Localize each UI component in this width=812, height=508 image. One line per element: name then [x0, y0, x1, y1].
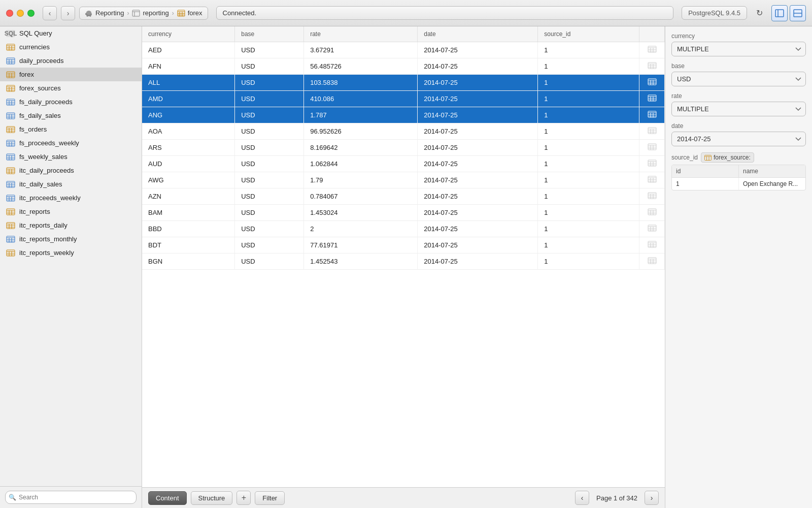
cell-table-icon[interactable]	[639, 91, 665, 107]
svg-rect-185	[648, 241, 656, 247]
table-row[interactable]: BAM USD 1.453024 2014-07-25 1	[142, 205, 665, 221]
cell-table-icon[interactable]	[639, 172, 665, 188]
cell-table-icon[interactable]	[639, 75, 665, 91]
cell-rate: 1.787	[304, 107, 418, 123]
page-prev-button[interactable]: ‹	[575, 491, 589, 505]
close-button[interactable]	[6, 10, 13, 17]
sidebar-item-forex-sources[interactable]: forex_sources	[0, 81, 142, 95]
next-icon: ›	[651, 494, 653, 502]
panel-rate-select[interactable]: MULTIPLE	[671, 102, 806, 116]
cell-table-icon[interactable]	[639, 237, 665, 253]
cell-rate: 1.79	[304, 172, 418, 188]
cell-table-icon[interactable]	[639, 42, 665, 58]
svg-rect-4	[132, 10, 140, 16]
maximize-button[interactable]	[27, 10, 35, 17]
sidebar-item-fs-proceeds-weekly[interactable]: fs_proceeds_weekly	[0, 136, 142, 150]
table-row[interactable]: AZN USD 0.784067 2014-07-25 1	[142, 188, 665, 205]
sidebar-item-itc-daily-sales[interactable]: itc_daily_sales	[0, 177, 142, 191]
sidebar-item-currencies[interactable]: currencies	[0, 40, 142, 54]
view-split-button[interactable]	[790, 5, 806, 21]
sidebar-item-label: itc_reports_daily	[19, 221, 67, 229]
cell-source-id: 1	[538, 123, 639, 140]
col-header-rate[interactable]: rate	[304, 26, 418, 42]
source-table-badge[interactable]: forex_source:	[701, 152, 754, 163]
cell-rate: 3.67291	[304, 42, 418, 58]
cell-date: 2014-07-25	[418, 221, 538, 237]
sidebar-item-itc-daily-proceeds[interactable]: itc_daily_proceeds	[0, 164, 142, 177]
cell-table-icon[interactable]	[639, 123, 665, 140]
sidebar-item-itc-reports-monthly[interactable]: itc_reports_monthly	[0, 232, 142, 246]
table-row[interactable]: AFN USD 56.485726 2014-07-25 1	[142, 58, 665, 75]
col-header-date[interactable]: date	[418, 26, 538, 42]
sidebar-item-fs-orders[interactable]: fs_orders	[0, 122, 142, 136]
table-row[interactable]: BBD USD 2 2014-07-25 1	[142, 221, 665, 237]
add-row-button[interactable]: +	[236, 491, 251, 505]
refresh-button[interactable]: ↻	[751, 5, 767, 21]
cell-table-icon[interactable]	[639, 58, 665, 75]
tab-content-button[interactable]: Content	[148, 491, 187, 505]
sidebar-item-label: fs_proceeds_weekly	[19, 139, 79, 147]
svg-rect-179	[648, 225, 656, 231]
table-row[interactable]: BDT USD 77.61971 2014-07-25 1	[142, 237, 665, 253]
table-row[interactable]: ANG USD 1.787 2014-07-25 1	[142, 107, 665, 123]
sidebar-item-fs-daily-sales[interactable]: fs_daily_sales	[0, 109, 142, 122]
table-row[interactable]: BGN USD 1.452543 2014-07-25 1	[142, 253, 665, 270]
cell-currency: AED	[142, 42, 235, 58]
col-header-base[interactable]: base	[235, 26, 304, 42]
cell-table-icon[interactable]	[639, 205, 665, 221]
cell-table-icon[interactable]	[639, 188, 665, 205]
sidebar-item-itc-reports-weekly[interactable]: itc_reports_weekly	[0, 246, 142, 260]
view-sidebar-button[interactable]	[771, 5, 788, 21]
nav-forward-button[interactable]: ›	[61, 6, 75, 20]
table-row[interactable]: AWG USD 1.79 2014-07-25 1	[142, 172, 665, 188]
sidebar-item-forex[interactable]: forex	[0, 68, 142, 81]
cell-table-icon[interactable]	[639, 107, 665, 123]
cell-table-icon[interactable]	[639, 140, 665, 156]
sidebar-item-itc-reports-daily[interactable]: itc_reports_daily	[0, 218, 142, 232]
panel-currency-select[interactable]: MULTIPLE	[671, 42, 806, 56]
page-next-button[interactable]: ›	[645, 491, 659, 505]
nav-back-button[interactable]: ‹	[43, 6, 57, 20]
filter-button[interactable]: Filter	[255, 491, 285, 505]
cell-base: USD	[235, 140, 304, 156]
breadcrumb-table[interactable]: forex	[177, 9, 202, 17]
cell-table-icon[interactable]	[639, 253, 665, 270]
table-row[interactable]: AMD USD 410.086 2014-07-25 1	[142, 91, 665, 107]
breadcrumb: Reporting › reporting ›	[79, 7, 208, 20]
cell-table-icon[interactable]	[639, 221, 665, 237]
sql-icon: SQL	[6, 30, 15, 37]
cell-currency: ANG	[142, 107, 235, 123]
sidebar-item-itc-proceeds-weekly[interactable]: itc_proceeds_weekly	[0, 191, 142, 205]
breadcrumb-schema[interactable]: reporting	[132, 9, 168, 17]
sidebar-item-fs-weekly-sales[interactable]: fs_weekly_sales	[0, 150, 142, 164]
panel-base-select[interactable]: USD	[671, 72, 806, 86]
cell-rate: 1.452543	[304, 253, 418, 270]
table-row[interactable]: AOA USD 96.952626 2014-07-25 1	[142, 123, 665, 140]
cell-source-id: 1	[538, 221, 639, 237]
sidebar-item-itc-reports[interactable]: itc_reports	[0, 205, 142, 218]
sidebar: SQL SQL Query currencies daily_proceeds	[0, 26, 142, 508]
sidebar-item-fs-daily-proceeds[interactable]: fs_daily_proceeds	[0, 95, 142, 109]
sidebar-item-daily-proceeds[interactable]: daily_proceeds	[0, 54, 142, 68]
table-row[interactable]: ARS USD 8.169642 2014-07-25 1	[142, 140, 665, 156]
table-icon-itc-reports-monthly	[6, 236, 15, 243]
cell-currency: ALL	[142, 75, 235, 91]
table-row[interactable]: AED USD 3.67291 2014-07-25 1	[142, 42, 665, 58]
cell-currency: ARS	[142, 140, 235, 156]
breadcrumb-db[interactable]: Reporting	[85, 9, 124, 17]
table-icon-itc-reports	[6, 208, 15, 215]
table-icon-itc-reports-daily	[6, 222, 15, 229]
tab-structure-button[interactable]: Structure	[191, 491, 233, 505]
col-header-source-id[interactable]: source_id	[538, 26, 639, 42]
minimize-button[interactable]	[17, 10, 24, 17]
breadcrumb-table-label: forex	[188, 9, 202, 17]
sidebar-item-sql-query[interactable]: SQL SQL Query	[0, 26, 142, 40]
pg-version: PostgreSQL 9.4.5	[682, 6, 747, 20]
search-input[interactable]	[5, 491, 137, 504]
cell-table-icon[interactable]	[639, 156, 665, 172]
col-header-currency[interactable]: currency	[142, 26, 235, 42]
mini-table-row[interactable]: 1 Open Exchange R...	[672, 178, 805, 190]
panel-date-select[interactable]: 2014-07-25	[671, 132, 806, 146]
table-row[interactable]: ALL USD 103.5838 2014-07-25 1	[142, 75, 665, 91]
table-row[interactable]: AUD USD 1.062844 2014-07-25 1	[142, 156, 665, 172]
